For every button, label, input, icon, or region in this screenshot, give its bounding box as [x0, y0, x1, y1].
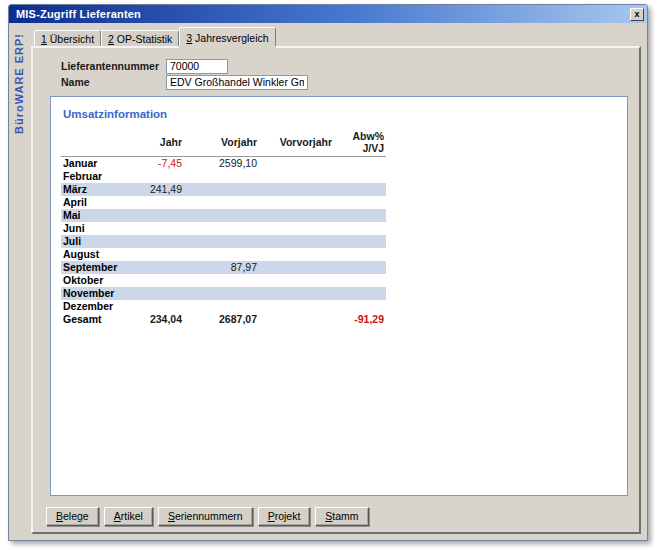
- month-cell: Juli: [61, 235, 129, 248]
- value-cell: [129, 300, 184, 313]
- table-header-row: JahrVorjahrVorvorjahrAbw% J/VJ: [61, 130, 386, 157]
- value-cell: 2687,07: [184, 313, 259, 326]
- brand-strip: BüroWARE ERP!: [9, 23, 31, 540]
- panel-title: Umsatzinformation: [63, 108, 167, 120]
- month-cell: März: [61, 183, 129, 196]
- value-cell: [129, 248, 184, 261]
- value-cell: [184, 196, 259, 209]
- value-cell: [259, 183, 334, 196]
- month-cell: Gesamt: [61, 313, 129, 326]
- value-cell: [259, 235, 334, 248]
- value-cell: [334, 170, 386, 183]
- value-cell: [184, 287, 259, 300]
- value-cell: [184, 209, 259, 222]
- umsatz-table: JahrVorjahrVorvorjahrAbw% J/VJJanuar-7,4…: [61, 130, 386, 326]
- value-cell: [334, 248, 386, 261]
- column-header: Vorjahr: [184, 130, 259, 157]
- artikel-button[interactable]: Artikel: [104, 507, 153, 526]
- value-cell: [334, 300, 386, 313]
- value-cell: [259, 248, 334, 261]
- value-cell: [334, 222, 386, 235]
- seriennummern-button[interactable]: Seriennummern: [158, 507, 253, 526]
- table-row: September87,97: [61, 261, 386, 274]
- value-cell: [259, 300, 334, 313]
- value-cell: [334, 235, 386, 248]
- name-input[interactable]: [166, 75, 308, 90]
- value-cell: [259, 196, 334, 209]
- tab-page-jahresvergleich: LieferantennummerName Umsatzinformation …: [31, 46, 641, 534]
- month-cell: April: [61, 196, 129, 209]
- table-row: August: [61, 248, 386, 261]
- month-cell: Februar: [61, 170, 129, 183]
- column-header: Jahr: [129, 130, 184, 157]
- tab-bar: 1 Übersicht2 OP-Statistik3 Jahresverglei…: [31, 27, 641, 46]
- value-cell: [259, 313, 334, 326]
- table-row: Juli: [61, 235, 386, 248]
- value-cell: [129, 235, 184, 248]
- button-row: BelegeArtikelSeriennummernProjektStamm: [46, 507, 369, 526]
- month-cell: November: [61, 287, 129, 300]
- month-cell: Januar: [61, 157, 129, 170]
- projekt-button[interactable]: Projekt: [258, 507, 311, 526]
- month-cell: Juni: [61, 222, 129, 235]
- tab-1[interactable]: 1 Übersicht: [34, 30, 101, 46]
- value-cell: [259, 261, 334, 274]
- value-cell: [184, 183, 259, 196]
- tab-3[interactable]: 3 Jahresvergleich: [179, 27, 275, 46]
- field-row: Name: [61, 74, 308, 90]
- table-row: Oktober: [61, 274, 386, 287]
- value-cell: [334, 287, 386, 300]
- column-header: Abw% J/VJ: [334, 130, 386, 157]
- main-area: 1 Übersicht2 OP-Statistik3 Jahresverglei…: [31, 23, 647, 540]
- value-cell: 87,97: [184, 261, 259, 274]
- column-header: Vorvorjahr: [259, 130, 334, 157]
- brand-text: BüroWARE ERP!: [13, 33, 25, 134]
- value-cell: [259, 287, 334, 300]
- value-cell: [334, 209, 386, 222]
- table-row: Februar: [61, 170, 386, 183]
- month-cell: Mai: [61, 209, 129, 222]
- table-row: Mai: [61, 209, 386, 222]
- value-cell: [334, 274, 386, 287]
- value-cell: [129, 209, 184, 222]
- value-cell: [184, 248, 259, 261]
- window-title: MIS-Zugriff Lieferanten: [16, 8, 630, 20]
- field-label: Lieferantennummer: [61, 60, 166, 72]
- value-cell: [129, 261, 184, 274]
- column-header: [61, 130, 129, 157]
- tab-2[interactable]: 2 OP-Statistik: [101, 30, 179, 46]
- table-row: Januar-7,452599,10: [61, 157, 386, 170]
- titlebar[interactable]: MIS-Zugriff Lieferanten x: [9, 5, 647, 23]
- belege-button[interactable]: Belege: [46, 507, 99, 526]
- value-cell: [184, 274, 259, 287]
- value-cell: 234,04: [129, 313, 184, 326]
- value-cell: [129, 274, 184, 287]
- value-cell: [184, 170, 259, 183]
- dialog-window: MIS-Zugriff Lieferanten x BüroWARE ERP! …: [8, 4, 648, 541]
- value-cell: [129, 287, 184, 300]
- value-cell: [184, 300, 259, 313]
- month-cell: August: [61, 248, 129, 261]
- field-label: Name: [61, 76, 166, 88]
- value-cell: 241,49: [129, 183, 184, 196]
- stamm-button[interactable]: Stamm: [315, 507, 368, 526]
- value-cell: [259, 170, 334, 183]
- table-row: Gesamt234,042687,07-91,29: [61, 313, 386, 326]
- lieferantennummer-input[interactable]: [166, 59, 228, 74]
- value-cell: [259, 274, 334, 287]
- month-cell: Dezember: [61, 300, 129, 313]
- value-cell: [129, 170, 184, 183]
- close-icon[interactable]: x: [630, 8, 644, 21]
- value-cell: [259, 157, 334, 170]
- field-row: Lieferantennummer: [61, 58, 228, 74]
- value-cell: [259, 209, 334, 222]
- value-cell: [259, 222, 334, 235]
- month-cell: Oktober: [61, 274, 129, 287]
- value-cell: [129, 222, 184, 235]
- month-cell: September: [61, 261, 129, 274]
- value-cell: [129, 196, 184, 209]
- table-row: November: [61, 287, 386, 300]
- window-body: BüroWARE ERP! 1 Übersicht2 OP-Statistik3…: [9, 23, 647, 540]
- umsatz-panel: Umsatzinformation JahrVorjahrVorvorjahrA…: [50, 96, 628, 496]
- value-cell: -91,29: [334, 313, 386, 326]
